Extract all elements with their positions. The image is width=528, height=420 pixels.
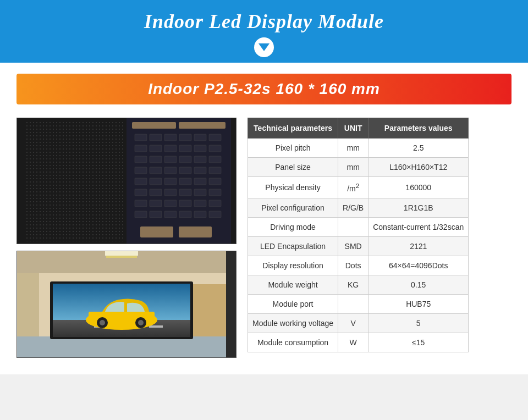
svg-rect-37 — [150, 189, 162, 196]
svg-rect-36 — [135, 189, 147, 196]
svg-rect-30 — [135, 178, 147, 185]
svg-rect-75 — [105, 251, 138, 256]
svg-rect-2 — [25, 120, 124, 241]
param-value: 64×64=4096Dots — [369, 256, 469, 275]
svg-rect-54 — [140, 226, 173, 237]
param-unit — [338, 217, 369, 236]
param-unit: mm — [338, 158, 369, 177]
table-row: LED EncapsulationSMD2121 — [248, 236, 469, 256]
svg-rect-7 — [150, 134, 162, 141]
svg-rect-22 — [194, 156, 206, 163]
svg-rect-21 — [179, 156, 191, 163]
svg-rect-48 — [135, 211, 147, 218]
svg-rect-24 — [135, 167, 147, 174]
param-name: Physical density — [248, 177, 338, 198]
svg-rect-52 — [194, 211, 206, 218]
svg-rect-31 — [150, 178, 162, 185]
svg-rect-53 — [209, 211, 221, 218]
svg-rect-6 — [135, 134, 147, 141]
svg-rect-29 — [209, 167, 221, 174]
svg-rect-5 — [179, 122, 226, 129]
svg-rect-18 — [135, 156, 147, 163]
svg-rect-32 — [164, 178, 177, 185]
svg-rect-39 — [179, 189, 191, 196]
svg-rect-13 — [150, 145, 162, 152]
param-value: HUB75 — [369, 294, 469, 313]
svg-rect-58 — [17, 336, 226, 358]
page-header: Indoor Led Display Module — [0, 0, 528, 63]
svg-rect-25 — [150, 167, 162, 174]
param-name: LED Encapsulation — [248, 236, 338, 256]
svg-rect-45 — [179, 200, 191, 207]
svg-rect-59 — [17, 273, 39, 336]
table-row: Display resolutionDots64×64=4096Dots — [248, 256, 469, 275]
svg-rect-61 — [193, 284, 226, 336]
param-value: 2.5 — [369, 139, 469, 158]
param-unit: V — [338, 313, 369, 333]
col-header-unit: UNIT — [338, 118, 369, 139]
param-unit: W — [338, 333, 369, 352]
param-unit: /m2 — [338, 177, 369, 198]
spec-table-container: Technical parameters UNIT Parameters val… — [248, 118, 512, 352]
param-value: Constant-current 1/32scan — [369, 217, 469, 236]
table-row: Module portHUB75 — [248, 294, 469, 313]
param-value: 5 — [369, 313, 469, 333]
svg-rect-44 — [164, 200, 177, 207]
param-unit: R/G/B — [338, 198, 369, 217]
svg-rect-15 — [179, 145, 191, 152]
svg-rect-9 — [179, 134, 191, 141]
param-value: L160×H160×T12 — [369, 158, 469, 177]
table-row: Module consumptionW≤15 — [248, 333, 469, 352]
svg-rect-10 — [194, 134, 206, 141]
room-display-image — [16, 251, 237, 358]
param-name: Driving mode — [248, 217, 338, 236]
table-row: Pixel pitchmm2.5 — [248, 139, 469, 158]
svg-rect-42 — [135, 200, 147, 207]
svg-rect-49 — [150, 211, 162, 218]
svg-rect-68 — [149, 325, 163, 328]
table-row: Panel sizemmL160×H160×T12 — [248, 158, 469, 177]
svg-point-72 — [100, 320, 105, 325]
svg-rect-47 — [209, 200, 221, 207]
param-value: 160000 — [369, 177, 469, 198]
param-value: 0.15 — [369, 275, 469, 294]
param-name: Module weight — [248, 275, 338, 294]
param-value: ≤15 — [369, 333, 469, 352]
table-row: Pixel configurationR/G/B1R1G1B — [248, 198, 469, 217]
svg-rect-27 — [179, 167, 191, 174]
table-row: Module weightKG0.15 — [248, 275, 469, 294]
svg-rect-41 — [209, 189, 221, 196]
product-title-bar: Indoor P2.5-32s 160 * 160 mm — [16, 74, 512, 104]
down-arrow-icon — [254, 37, 274, 57]
svg-rect-51 — [179, 211, 191, 218]
svg-rect-12 — [135, 145, 147, 152]
table-row: Module working voltageV5 — [248, 313, 469, 333]
spec-table: Technical parameters UNIT Parameters val… — [248, 118, 469, 352]
svg-rect-11 — [209, 134, 221, 141]
param-unit: SMD — [338, 236, 369, 256]
svg-rect-26 — [164, 167, 177, 174]
svg-rect-43 — [150, 200, 162, 207]
content-row: Technical parameters UNIT Parameters val… — [16, 118, 512, 358]
param-name: Module port — [248, 294, 338, 313]
svg-rect-76 — [106, 256, 137, 258]
main-content: Indoor P2.5-32s 160 * 160 mm — [0, 63, 528, 374]
svg-rect-4 — [132, 122, 176, 129]
param-name: Pixel pitch — [248, 139, 338, 158]
svg-rect-50 — [164, 211, 177, 218]
svg-rect-33 — [179, 178, 191, 185]
svg-rect-8 — [164, 134, 177, 141]
param-name: Display resolution — [248, 256, 338, 275]
arrow-container — [11, 37, 517, 57]
module-top-image — [16, 118, 237, 244]
table-row: Physical density/m2160000 — [248, 177, 469, 198]
page-title: Indoor Led Display Module — [11, 10, 517, 33]
param-value: 1R1G1B — [369, 198, 469, 217]
svg-rect-23 — [209, 156, 221, 163]
svg-rect-40 — [194, 189, 206, 196]
svg-rect-34 — [194, 178, 206, 185]
param-unit: KG — [338, 275, 369, 294]
param-name: Pixel configuration — [248, 198, 338, 217]
col-header-param: Technical parameters — [248, 118, 338, 139]
svg-rect-16 — [194, 145, 206, 152]
